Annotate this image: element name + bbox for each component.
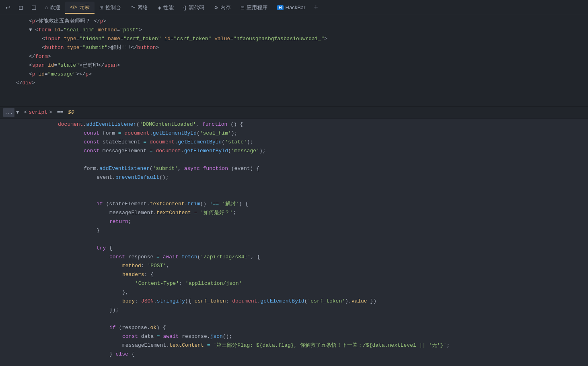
tab-bar: ↩ ⊡ ☐ ⌂ 欢迎 </> 元素 ⊞ 控制台 〜 网络 ◈ 性能 {} 源代码…: [0, 0, 588, 15]
code-line: form.addEventListener('submit', async fu…: [0, 164, 588, 173]
code-line: body: JSON.stringify({ csrf_token: docum…: [0, 297, 588, 306]
more-options[interactable]: ...: [3, 108, 14, 117]
code-line: const data = await response.json();: [0, 332, 588, 341]
tab-welcome[interactable]: ⌂ 欢迎: [40, 2, 65, 14]
tab-performance-label: 性能: [163, 4, 174, 11]
html-line-form: ▼ <form id="seal_him" method="post">: [0, 26, 588, 35]
code-area[interactable]: document.addEventListener('DOMContentLoa…: [0, 119, 588, 366]
tab-console-label: 控制台: [105, 4, 121, 11]
code-line: messageElement.textContent = `第三部分Flag: …: [0, 341, 588, 350]
tab-back-button[interactable]: ↩: [2, 2, 14, 14]
tab-memory-label: 内存: [220, 4, 231, 11]
code-line: },: [0, 288, 588, 297]
code-line: method: 'POST',: [0, 262, 588, 270]
code-line-empty: [0, 191, 588, 200]
code-line: }: [0, 226, 588, 235]
tab-sources[interactable]: {} 源代码: [179, 2, 209, 14]
code-line: if (response.ok) {: [0, 323, 588, 332]
code-line: });: [0, 306, 588, 315]
html-line-p-message: <p id="message"></p>: [0, 70, 588, 79]
code-line: try {: [0, 244, 588, 253]
tab-elements-label: 元素: [79, 4, 90, 11]
code-line: headers: {: [0, 270, 588, 279]
tab-network-label: 网络: [138, 4, 148, 11]
html-line-form-close: </form>: [0, 52, 588, 61]
tab-close-button[interactable]: ☐: [27, 2, 40, 14]
code-line-empty: [0, 155, 588, 164]
tab-hackbar[interactable]: H HackBar: [272, 2, 310, 14]
code-line: if (stateElement.textContent.trim() !== …: [0, 200, 588, 209]
tab-add-button[interactable]: +: [310, 2, 321, 13]
tab-memory[interactable]: ⚙ 内存: [209, 2, 236, 14]
html-panel: <p>你能救出五条老师吗？ </p> ▼ <form id="seal_him"…: [0, 15, 588, 107]
tab-console[interactable]: ⊞ 控制台: [95, 2, 126, 14]
code-line: } else {: [0, 350, 588, 359]
html-line-input: <input type="hidden" name="csrf_token" i…: [0, 35, 588, 43]
code-line: const form = document.getElementById('se…: [0, 129, 588, 138]
code-line-empty: [0, 182, 588, 191]
home-icon: ⌂: [45, 5, 48, 10]
tab-hackbar-label: HackBar: [286, 4, 306, 10]
script-panel: ... ▼ <script> == $0 document.addEventLi…: [0, 107, 588, 366]
tab-welcome-label: 欢迎: [50, 4, 60, 11]
performance-icon: ◈: [158, 5, 161, 10]
console-icon: ⊞: [99, 5, 103, 10]
elements-icon: </>: [70, 4, 77, 10]
hackbar-icon: H: [277, 5, 284, 10]
code-line-empty: [0, 315, 588, 323]
code-line: document.addEventListener('DOMContentLoa…: [0, 120, 588, 129]
application-icon: ⊟: [241, 5, 245, 10]
tab-application-label: 应用程序: [247, 4, 267, 11]
code-line: const response = await fetch('/api/flag/…: [0, 253, 588, 262]
sources-icon: {}: [183, 5, 187, 10]
html-line-button: <button type="submit">解封!!!</button>: [0, 43, 588, 52]
code-line: event.preventDefault();: [0, 173, 588, 182]
code-line: const messageElement = document.getEleme…: [0, 147, 588, 155]
script-header: ... ▼ <script> == $0: [0, 107, 588, 119]
tab-elements[interactable]: </> 元素: [65, 2, 94, 14]
html-line-div-close: </div>: [0, 79, 588, 88]
tab-sources-label: 源代码: [189, 4, 204, 11]
html-line-p: <p>你能救出五条老师吗？ </p>: [0, 17, 588, 26]
code-line: return;: [0, 217, 588, 226]
memory-icon: ⚙: [214, 5, 218, 10]
html-line-span: <span id="state">已封印</span>: [0, 61, 588, 70]
tab-dock-button[interactable]: ⊡: [14, 2, 27, 14]
tab-network[interactable]: 〜 网络: [126, 2, 153, 14]
code-line: const stateElement = document.getElement…: [0, 138, 588, 147]
network-icon: 〜: [131, 4, 136, 11]
tab-application[interactable]: ⊟ 应用程序: [236, 2, 272, 14]
code-line: messageElement.textContent = '如何是好？';: [0, 209, 588, 217]
tab-performance[interactable]: ◈ 性能: [153, 2, 179, 14]
code-line: 'Content-Type': 'application/json': [0, 279, 588, 288]
code-line-empty: [0, 235, 588, 244]
